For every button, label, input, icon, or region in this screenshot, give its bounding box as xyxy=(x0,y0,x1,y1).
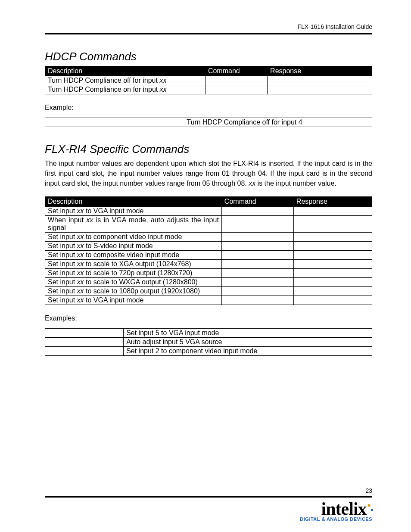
cell-example-desc: Turn HDCP Compliance off for input 4 xyxy=(117,118,372,127)
cell-command xyxy=(221,259,293,268)
cell-response xyxy=(293,286,372,296)
flxri4-commands-table: Description Command Response Set input x… xyxy=(45,196,372,305)
cell-command xyxy=(221,277,293,286)
col-command: Command xyxy=(221,196,293,206)
table-row: Set input xx to scale to WXGA output (12… xyxy=(45,277,372,286)
table-row: Set input xx to S-video input mode xyxy=(45,241,372,250)
flxri4-example-table: Set input 5 to VGA input modeAuto adjust… xyxy=(45,328,372,356)
cell-response xyxy=(293,206,372,215)
cell-example-desc: Set input 2 to component video input mod… xyxy=(124,346,372,355)
document-header: FLX-1616 Installation Guide xyxy=(45,23,372,30)
table-header-row: Description Command Response xyxy=(45,66,372,76)
table-row: Auto adjust input 5 VGA source xyxy=(45,337,372,346)
cell-response xyxy=(293,241,372,250)
table-row: Turn HDCP Compliance on for input xx xyxy=(45,85,372,94)
cell-command xyxy=(221,206,293,215)
cell-description: Set input xx to composite video input mo… xyxy=(45,250,222,259)
logo-dot-icon: • xyxy=(371,505,373,515)
hdcp-example-table: Turn HDCP Compliance off for input 4 xyxy=(45,118,372,127)
cell-description: Turn HDCP Compliance on for input xx xyxy=(45,85,206,94)
examples-label: Examples: xyxy=(45,314,372,322)
col-response: Response xyxy=(268,66,372,76)
cell-example-desc: Auto adjust input 5 VGA source xyxy=(124,337,372,346)
table-row: Set input xx to scale to 720p output (12… xyxy=(45,268,372,277)
logo-dot-icon: • xyxy=(367,500,371,511)
cell-description: Set input xx to scale to 1080p output (1… xyxy=(45,286,222,296)
brand-logo: intelix•• DIGITAL & ANALOG DEVICES xyxy=(45,501,372,522)
cell-example-cmd xyxy=(45,337,124,346)
table-row: Set input xx to VGA input mode xyxy=(45,296,372,305)
page-number: 23 xyxy=(45,487,372,494)
flxri4-description: The input number values are dependent up… xyxy=(45,159,372,189)
table-row: Set input xx to scale to XGA output (102… xyxy=(45,259,372,268)
cell-response xyxy=(293,268,372,277)
table-row: Set input xx to component video input mo… xyxy=(45,232,372,241)
section-flxri4-title: FLX-RI4 Specific Commands xyxy=(45,143,372,156)
cell-response xyxy=(293,259,372,268)
col-description: Description xyxy=(45,66,206,76)
cell-command xyxy=(221,268,293,277)
table-row: Set input xx to scale to 1080p output (1… xyxy=(45,286,372,296)
cell-description: Set input xx to VGA input mode xyxy=(45,206,222,215)
cell-description: Set input xx to scale to XGA output (102… xyxy=(45,259,222,268)
col-response: Response xyxy=(293,196,372,206)
table-row: Set input 2 to component video input mod… xyxy=(45,346,372,355)
cell-command xyxy=(221,296,293,305)
table-row: Set input 5 to VGA input mode xyxy=(45,328,372,337)
table-row: Turn HDCP Compliance off for input 4 xyxy=(45,118,372,127)
cell-example-desc: Set input 5 to VGA input mode xyxy=(124,328,372,337)
cell-command xyxy=(221,215,293,232)
table-header-row: Description Command Response xyxy=(45,196,372,206)
table-row: Set input xx to VGA input mode xyxy=(45,206,372,215)
cell-command xyxy=(221,286,293,296)
cell-description: Set input xx to component video input mo… xyxy=(45,232,222,241)
cell-response xyxy=(293,277,372,286)
cell-description: When input xx is in VGA mode, auto adjus… xyxy=(45,215,222,232)
cell-description: Set input xx to scale to 720p output (12… xyxy=(45,268,222,277)
cell-example-cmd xyxy=(45,118,117,127)
bottom-divider xyxy=(45,496,372,498)
cell-response xyxy=(293,296,372,305)
cell-command xyxy=(221,241,293,250)
cell-command xyxy=(221,250,293,259)
col-command: Command xyxy=(205,66,267,76)
cell-example-cmd xyxy=(45,328,124,337)
cell-response xyxy=(293,250,372,259)
cell-example-cmd xyxy=(45,346,124,355)
cell-response xyxy=(293,232,372,241)
cell-description: Set input xx to S-video input mode xyxy=(45,241,222,250)
cell-description: Set input xx to scale to WXGA output (12… xyxy=(45,277,222,286)
cell-command xyxy=(221,232,293,241)
cell-command xyxy=(205,85,267,94)
table-row: Turn HDCP Compliance off for input xx xyxy=(45,76,372,85)
cell-response xyxy=(293,215,372,232)
col-description: Description xyxy=(45,196,222,206)
cell-command xyxy=(205,76,267,85)
cell-description: Set input xx to VGA input mode xyxy=(45,296,222,305)
hdcp-commands-table: Description Command Response Turn HDCP C… xyxy=(45,66,372,94)
section-hdcp-title: HDCP Commands xyxy=(45,50,372,63)
table-row: Set input xx to composite video input mo… xyxy=(45,250,372,259)
example-label: Example: xyxy=(45,104,372,112)
cell-response xyxy=(268,76,372,85)
top-divider xyxy=(45,33,372,34)
logo-wordmark: intelix•• xyxy=(321,501,372,517)
page-footer: 23 intelix•• DIGITAL & ANALOG DEVICES xyxy=(45,487,372,522)
cell-description: Turn HDCP Compliance off for input xx xyxy=(45,76,206,85)
cell-response xyxy=(268,85,372,94)
table-row: When input xx is in VGA mode, auto adjus… xyxy=(45,215,372,232)
